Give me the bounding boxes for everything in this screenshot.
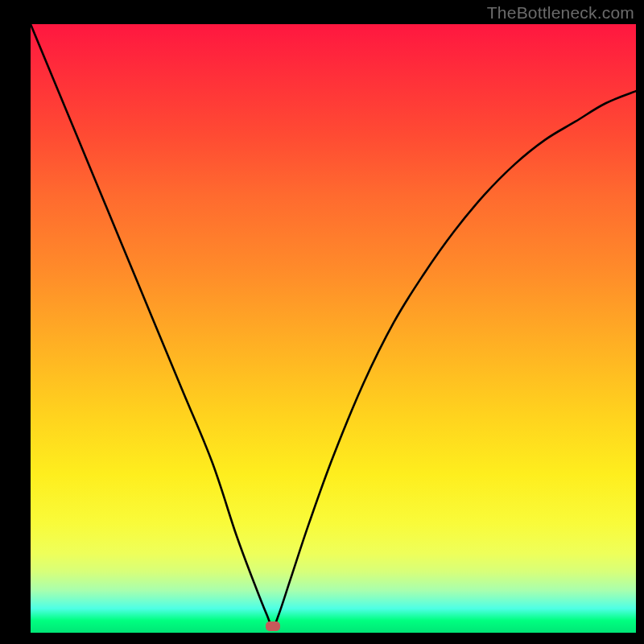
curve-path	[31, 24, 636, 626]
minimum-marker	[266, 621, 280, 631]
bottleneck-curve	[31, 24, 636, 633]
plot-area	[31, 24, 636, 633]
watermark-text: TheBottleneck.com	[487, 3, 634, 23]
